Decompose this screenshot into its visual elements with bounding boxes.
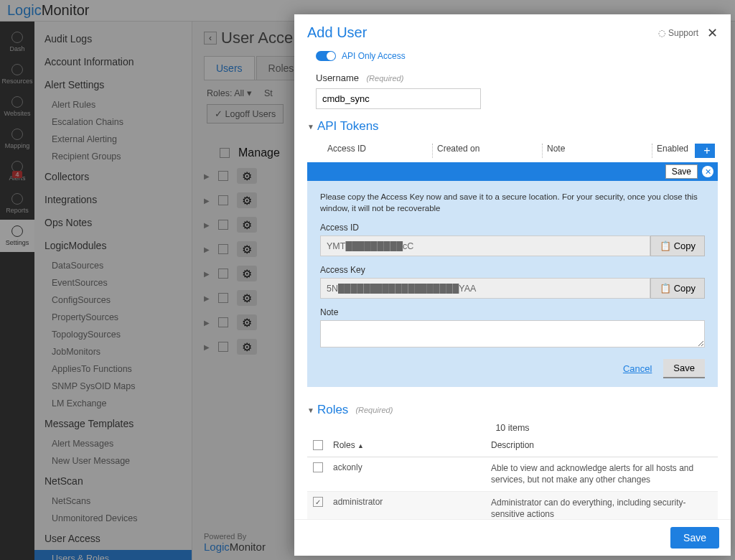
access-id-label: Access ID [320,223,705,233]
sort-asc-icon[interactable]: ▲ [357,442,364,449]
username-label: Username [316,73,359,83]
access-key-label: Access Key [320,265,705,275]
access-key-field[interactable] [320,278,650,299]
copy-access-id-button[interactable]: 📋 Copy [650,235,705,256]
username-input[interactable] [316,88,481,109]
support-icon: ◌ [658,28,665,38]
support-link[interactable]: ◌ Support [658,28,698,38]
roles-item-count: 10 items [307,423,718,433]
toggle-switch-icon [316,51,336,61]
token-save-button[interactable]: Save [663,359,705,378]
clipboard-icon: 📋 [660,241,671,251]
token-note-label: Note [320,307,705,317]
token-note-textarea[interactable] [320,320,705,347]
caret-down-icon: ▼ [307,406,314,414]
modal-title: Add User [307,24,658,41]
token-cancel-link[interactable]: Cancel [623,363,652,374]
close-icon[interactable]: ✕ [707,25,718,41]
token-row-cancel-icon[interactable]: ✕ [702,166,713,177]
roles-select-all-checkbox[interactable] [313,440,323,450]
add-user-modal: Add User ◌ Support ✕ API Only Access Use… [294,14,731,556]
token-warning-text: Please copy the Access Key now and save … [320,191,705,214]
add-token-button[interactable]: + [695,144,715,158]
api-only-toggle[interactable]: API Only Access [307,51,718,61]
role-row[interactable]: ✓administratorAdministrator can do every… [307,492,718,519]
modal-save-button[interactable]: Save [670,527,719,549]
new-token-panel: Please copy the Access Key now and save … [307,181,718,387]
api-tokens-section-header[interactable]: ▼ API Tokens [307,119,718,134]
role-checkbox[interactable] [313,462,323,472]
clipboard-icon: 📋 [660,283,671,294]
access-id-field[interactable] [320,235,650,256]
role-row[interactable]: ackonlyAble to view and acknowledge aler… [307,457,718,491]
role-checkbox[interactable]: ✓ [313,497,323,507]
roles-section-header[interactable]: ▼ Roles (Required) [307,403,718,417]
roles-table: Roles ▲ Description ackonlyAble to view … [307,436,718,519]
token-row-editing: Save ✕ [307,162,718,181]
token-row-save-button[interactable]: Save [665,164,698,179]
copy-access-key-button[interactable]: 📋 Copy [650,278,705,299]
caret-down-icon: ▼ [307,123,314,131]
api-tokens-table-header: Access ID Created on Note Enabled + [307,139,718,162]
